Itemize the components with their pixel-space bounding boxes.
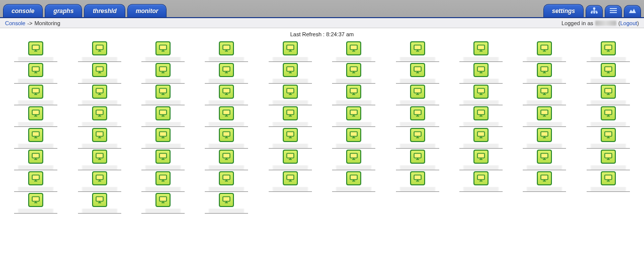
host-item[interactable] (322, 40, 385, 62)
host-item[interactable] (513, 40, 576, 62)
host-item[interactable] (513, 149, 576, 170)
host-item[interactable] (577, 149, 640, 170)
logout-link[interactable]: Logout (620, 20, 637, 26)
host-item[interactable] (67, 127, 131, 149)
tab-monitor[interactable]: monitor (127, 4, 167, 17)
svg-rect-55 (350, 67, 357, 72)
tab-graphs[interactable]: graphs (45, 4, 82, 17)
host-item[interactable] (4, 192, 67, 214)
host-item[interactable] (259, 84, 322, 105)
host-item[interactable] (322, 62, 385, 84)
host-item[interactable] (322, 149, 385, 170)
host-item[interactable] (322, 127, 385, 149)
host-item[interactable] (4, 84, 67, 105)
svg-rect-52 (287, 67, 294, 72)
host-item[interactable] (4, 170, 67, 192)
host-item[interactable] (195, 170, 258, 192)
host-item[interactable] (577, 170, 640, 192)
host-item[interactable] (385, 84, 449, 105)
host-item[interactable] (577, 40, 640, 62)
host-item[interactable] (195, 105, 258, 127)
host-item[interactable] (67, 62, 131, 84)
host-item[interactable] (195, 40, 258, 62)
host-item[interactable] (259, 149, 322, 170)
host-item[interactable] (385, 105, 449, 127)
host-label-redacted (587, 144, 630, 149)
tab-console[interactable]: console (3, 4, 43, 17)
host-item[interactable] (131, 40, 195, 62)
monitor-icon (601, 85, 616, 99)
host-item[interactable] (195, 192, 258, 214)
host-item[interactable] (385, 127, 449, 149)
host-item[interactable] (131, 62, 195, 84)
host-item[interactable] (67, 170, 131, 192)
host-item[interactable] (131, 192, 195, 214)
host-item[interactable] (513, 105, 576, 127)
host-label-redacted (14, 100, 57, 105)
host-item[interactable] (67, 192, 131, 214)
host-item[interactable] (131, 149, 195, 170)
host-item[interactable] (449, 62, 513, 84)
svg-rect-217 (605, 175, 612, 180)
host-item[interactable] (259, 127, 322, 149)
host-item[interactable] (449, 84, 513, 105)
host-item[interactable] (577, 62, 640, 84)
host-item[interactable] (385, 170, 449, 192)
host-item[interactable] (322, 105, 385, 127)
host-item[interactable] (4, 105, 67, 127)
list-view-button[interactable] (605, 5, 622, 17)
host-item[interactable] (449, 127, 513, 149)
host-item[interactable] (195, 127, 258, 149)
host-item[interactable] (131, 105, 195, 127)
host-item[interactable] (513, 62, 576, 84)
monitor-icon (28, 85, 43, 99)
host-item[interactable] (577, 127, 640, 149)
host-item[interactable] (131, 170, 195, 192)
host-item[interactable] (322, 170, 385, 192)
host-item[interactable] (577, 105, 640, 127)
host-item[interactable] (131, 127, 195, 149)
host-label-redacted (78, 122, 121, 127)
host-label-redacted (14, 209, 57, 214)
preview-view-button[interactable] (624, 5, 641, 17)
host-item[interactable] (259, 62, 322, 84)
host-label-redacted (269, 122, 312, 127)
host-item[interactable] (513, 127, 576, 149)
host-item[interactable] (67, 149, 131, 170)
host-item[interactable] (449, 40, 513, 62)
host-item[interactable] (449, 149, 513, 170)
host-item[interactable] (195, 149, 258, 170)
host-item[interactable] (4, 40, 67, 62)
svg-rect-112 (287, 110, 294, 115)
host-item[interactable] (4, 62, 67, 84)
host-item[interactable] (513, 170, 576, 192)
host-item[interactable] (385, 149, 449, 170)
host-item[interactable] (259, 105, 322, 127)
svg-rect-8 (610, 12, 617, 13)
host-item[interactable] (385, 62, 449, 84)
breadcrumb-root-link[interactable]: Console (5, 20, 25, 26)
host-item[interactable] (385, 40, 449, 62)
host-item[interactable] (131, 84, 195, 105)
host-label-redacted (396, 187, 439, 192)
tab-settings[interactable]: settings (543, 4, 584, 17)
host-item[interactable] (4, 127, 67, 149)
monitor-icon (410, 41, 425, 55)
host-item[interactable] (67, 105, 131, 127)
host-item[interactable] (195, 62, 258, 84)
host-item[interactable] (449, 105, 513, 127)
host-item[interactable] (67, 84, 131, 105)
tab-threshld[interactable]: threshld (84, 4, 125, 17)
host-item[interactable] (67, 40, 131, 62)
tree-view-button[interactable] (586, 5, 603, 17)
host-item[interactable] (513, 84, 576, 105)
svg-rect-148 (414, 132, 421, 137)
host-item[interactable] (322, 84, 385, 105)
host-item[interactable] (449, 170, 513, 192)
host-item[interactable] (259, 40, 322, 62)
host-item[interactable] (4, 149, 67, 170)
host-item[interactable] (195, 84, 258, 105)
monitor-icon (601, 106, 616, 120)
host-item[interactable] (577, 84, 640, 105)
host-item[interactable] (259, 170, 322, 192)
